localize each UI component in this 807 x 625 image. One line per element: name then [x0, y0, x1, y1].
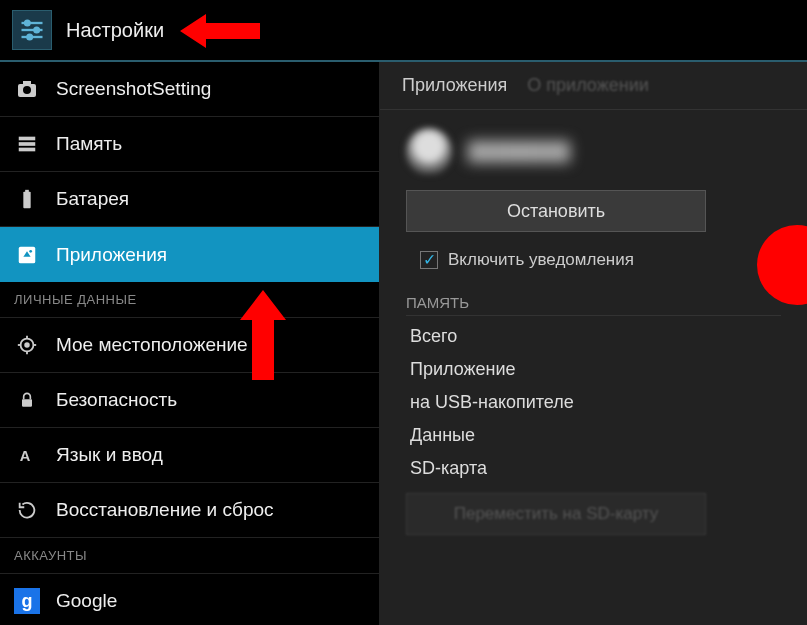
camera-icon: [14, 76, 40, 102]
memory-row-data: Данные: [380, 419, 807, 452]
svg-point-3: [34, 28, 39, 33]
storage-icon: [14, 131, 40, 157]
svg-point-1: [25, 21, 30, 26]
notifications-row[interactable]: ✓ Включить уведомления: [380, 242, 807, 286]
google-icon: g: [14, 588, 40, 614]
tab-apps[interactable]: Приложения: [402, 75, 507, 96]
memory-section-header: ПАМЯТЬ: [406, 286, 781, 316]
sidebar-item-label: Восстановление и сброс: [56, 499, 274, 521]
memory-row-sd: SD-карта: [380, 452, 807, 485]
sidebar-item-language[interactable]: A Язык и ввод: [0, 428, 379, 483]
svg-rect-12: [19, 148, 36, 152]
svg-rect-24: [22, 399, 32, 407]
svg-point-17: [29, 249, 32, 252]
sidebar-item-reset[interactable]: Восстановление и сброс: [0, 483, 379, 538]
annotation-arrow-left: [180, 14, 260, 48]
svg-rect-14: [25, 190, 29, 193]
settings-header: Настройки: [0, 0, 807, 62]
settings-sidebar: ScreenshotSetting Память Батарея Приложе…: [0, 62, 380, 625]
sidebar-item-label: ScreenshotSetting: [56, 78, 211, 100]
notifications-label: Включить уведомления: [448, 250, 634, 270]
sidebar-item-label: Google: [56, 590, 117, 612]
svg-rect-9: [23, 81, 31, 85]
checkbox-checked-icon[interactable]: ✓: [420, 251, 438, 269]
language-icon: A: [14, 442, 40, 468]
svg-marker-26: [240, 290, 286, 380]
reset-icon: [14, 497, 40, 523]
settings-icon: [12, 10, 52, 50]
sidebar-item-google[interactable]: g Google: [0, 574, 379, 625]
svg-text:A: A: [20, 448, 31, 464]
section-accounts-header: АККАУНТЫ: [0, 538, 379, 574]
sidebar-item-memory[interactable]: Память: [0, 117, 379, 172]
location-icon: [14, 332, 40, 358]
page-title: Настройки: [66, 19, 164, 42]
apps-icon: [14, 242, 40, 268]
svg-point-8: [23, 86, 31, 94]
svg-rect-10: [19, 137, 36, 141]
app-name-blurred: ████████: [468, 141, 570, 162]
sidebar-item-label: Батарея: [56, 188, 129, 210]
detail-tabs: Приложения О приложении: [380, 62, 807, 110]
tab-about[interactable]: О приложении: [527, 75, 648, 96]
sidebar-item-label: Язык и ввод: [56, 444, 163, 466]
annotation-arrow-up: [240, 290, 286, 380]
sidebar-item-label: Безопасность: [56, 389, 177, 411]
sidebar-item-location[interactable]: Мое местоположение: [0, 318, 379, 373]
svg-rect-13: [23, 192, 30, 209]
sidebar-item-label: Приложения: [56, 244, 167, 266]
app-big-icon: [406, 128, 452, 174]
sidebar-item-label: Память: [56, 133, 122, 155]
sidebar-item-apps[interactable]: Приложения: [0, 227, 379, 282]
memory-row-app: Приложение: [380, 353, 807, 386]
sidebar-item-security[interactable]: Безопасность: [0, 373, 379, 428]
svg-point-5: [27, 35, 32, 40]
sidebar-item-screenshot[interactable]: ScreenshotSetting: [0, 62, 379, 117]
sidebar-item-battery[interactable]: Батарея: [0, 172, 379, 227]
svg-rect-11: [19, 142, 36, 146]
stop-button[interactable]: Остановить: [406, 190, 706, 232]
section-personal-header: ЛИЧНЫЕ ДАННЫЕ: [0, 282, 379, 318]
detail-pane: Приложения О приложении ████████ Останов…: [380, 62, 807, 625]
svg-point-19: [25, 343, 29, 347]
app-info-row: ████████: [380, 110, 807, 180]
battery-icon: [14, 186, 40, 212]
sidebar-item-label: Мое местоположение: [56, 334, 248, 356]
memory-row-total: Всего: [380, 320, 807, 353]
lock-icon: [14, 387, 40, 413]
memory-row-usb: на USB-накопителе: [380, 386, 807, 419]
move-to-sd-button: Переместить на SD-карту: [406, 493, 706, 535]
svg-marker-6: [180, 14, 260, 48]
